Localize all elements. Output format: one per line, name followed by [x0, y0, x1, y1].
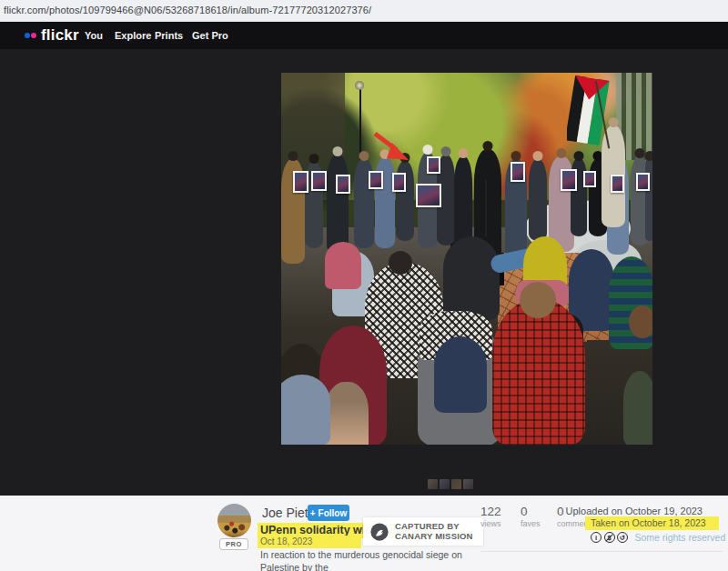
- views-count: 122: [480, 505, 501, 518]
- photo-held-sign: [336, 175, 350, 194]
- red-arrow-annotation: [372, 131, 410, 162]
- nav-item-explore[interactable]: Explore: [115, 30, 151, 41]
- canary-mission-watermark: CAPTURED BY CANARY MISSION: [363, 517, 483, 546]
- photo-mic-stand: [485, 180, 487, 236]
- faves-stat: 0 faves: [521, 505, 541, 528]
- photo-description: In reaction to the murderous genocidal s…: [260, 549, 493, 571]
- flickr-logo[interactable]: flickr: [25, 22, 79, 49]
- photo-held-sign: [583, 171, 596, 187]
- photo-held-sign: [293, 171, 308, 193]
- logo-dot-blue-icon: [25, 33, 30, 38]
- photo-info-section: PRO Joe Piette + Follow UPenn solidarity…: [0, 496, 728, 571]
- photo-seated-person: [325, 242, 361, 289]
- browser-address-bar[interactable]: flickr.com/photos/109799466@N06/53268718…: [0, 0, 728, 22]
- photo-standing-person: [645, 159, 652, 241]
- photo-black-backpack: [443, 236, 500, 320]
- follow-button[interactable]: + Follow: [308, 505, 349, 521]
- owner-avatar[interactable]: [217, 504, 251, 537]
- canary-mission-logo-icon: [369, 522, 389, 542]
- photo-head: [629, 306, 652, 338]
- watermark-line2: CANARY MISSION: [395, 532, 473, 542]
- photo-buzzcut-person: [325, 382, 369, 445]
- album-thumbnail-4[interactable]: [463, 479, 473, 489]
- photo-held-sign: [561, 169, 577, 191]
- pro-badge: PRO: [219, 538, 248, 550]
- nav-item-prints[interactable]: Prints: [155, 30, 183, 41]
- cc-noncommercial-icon: $: [604, 532, 615, 543]
- photo-bun-hair: [520, 282, 556, 318]
- album-thumbnail-3[interactable]: [451, 479, 461, 489]
- photo-date-taken: Oct 18, 2023: [258, 536, 361, 548]
- album-thumbnail-1[interactable]: [428, 479, 438, 489]
- photo-head: [389, 251, 412, 275]
- uploaded-date: Uploaded on October 19, 2023: [566, 506, 703, 516]
- palestinian-flag: [567, 73, 618, 162]
- photo-standing-person: [327, 155, 349, 253]
- cc-attribution-icon: i: [591, 532, 602, 543]
- album-thumbnail-2[interactable]: [440, 479, 450, 489]
- photo-lamp-head: [355, 81, 364, 90]
- page-url[interactable]: flickr.com/photos/109799466@N06/53268718…: [4, 5, 371, 15]
- photo-held-sign: [416, 184, 441, 207]
- views-stat: 122 views: [480, 505, 501, 528]
- photo-viewer-stage: [0, 49, 728, 496]
- views-label: views: [480, 519, 501, 528]
- photo-standing-person: [529, 159, 547, 241]
- watermark-line1: CAPTURED BY: [395, 522, 473, 532]
- photo-denim-person: [281, 375, 330, 445]
- photo-green-jacket-person: [623, 371, 652, 445]
- photo-red-plaid-person: [492, 298, 585, 445]
- section-divider: [480, 551, 723, 552]
- faves-label: faves: [521, 519, 541, 528]
- license-row[interactable]: i $ ↺ Some rights reserved: [591, 532, 725, 543]
- photo-navy-backpack: [434, 336, 487, 413]
- photo-held-sign: [636, 173, 650, 191]
- nav-item-you[interactable]: You: [85, 30, 103, 41]
- logo-dot-pink-icon: [31, 33, 36, 38]
- follow-button-label: Follow: [318, 508, 348, 518]
- photo-held-sign: [427, 156, 440, 174]
- photo-held-sign: [611, 175, 624, 193]
- photo-held-sign: [369, 171, 383, 189]
- flickr-navbar: flickr You Explore Prints Get Pro: [0, 22, 728, 49]
- license-label[interactable]: Some rights reserved: [635, 532, 726, 543]
- faves-count: 0: [521, 505, 541, 518]
- taken-date-highlighted: Taken on October 18, 2023: [585, 516, 719, 530]
- photo-held-sign: [511, 162, 525, 182]
- cc-sharealike-icon: ↺: [617, 532, 628, 543]
- plus-icon: +: [310, 508, 316, 518]
- photo-held-sign: [392, 173, 406, 192]
- photo-held-sign: [311, 171, 327, 191]
- main-photo[interactable]: [281, 73, 652, 445]
- photo-lamp-pole: [359, 87, 361, 160]
- nav-item-get-pro[interactable]: Get Pro: [192, 30, 228, 41]
- album-thumbnail-strip: [428, 479, 473, 489]
- logo-wordmark: flickr: [41, 26, 79, 45]
